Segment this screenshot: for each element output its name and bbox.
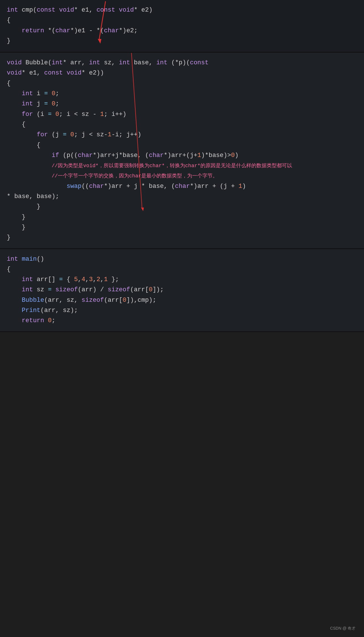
code-token: void [7,59,22,66]
code-token: }; [108,276,119,283]
code-token: ; j < sz- [74,131,108,138]
code-token: { [7,80,10,87]
code-token: ) [235,152,238,159]
code-token [7,307,22,314]
code-token: () [37,256,44,263]
code-token: (arr, sz); [40,307,78,314]
code-token: Print [22,307,40,314]
code-token: (arr, sz, [44,297,82,304]
code-token: char [149,152,164,159]
code-block-2: void Bubble(int* arr, int sz, int base, … [0,53,364,249]
code-token: sizeof [55,286,78,293]
code-token [7,100,22,107]
code-token: } [7,214,25,221]
code-token: base, [130,59,156,66]
code-token [7,131,37,138]
code-token: void [59,7,74,14]
code-token: *)e1 - *( [70,27,104,34]
code-token: { [7,121,25,128]
code-token [48,90,52,97]
code-token: for [22,111,33,118]
code-line: //一个字节一个字节的交换，因为char是最小的数据类型，为一个字节。 [7,171,357,181]
code-token: cmp( [18,7,37,14]
code-token: (arr) / [78,286,108,293]
code-token: arr[] [33,276,59,283]
code-token: * e1, [74,7,97,14]
code-token [7,317,22,324]
code-token: sizeof [82,297,104,304]
code-token: { [7,17,10,24]
code-token: 0 [52,100,55,107]
code-line: swap((char*)arr + j * base, (char*)arr +… [7,181,357,192]
code-token: * e1, [22,69,44,77]
code-token: } [7,234,10,241]
code-token: ; [55,100,59,107]
code-line: int arr[] = { 5,4,3,2,1 }; [7,275,357,285]
code-token: char [78,152,93,159]
code-token: 0 [231,152,235,159]
code-line: Print(arr, sz); [7,305,357,316]
code-token: int [22,286,33,293]
code-line: void* e1, const void* e2)) [7,68,357,78]
code-token [48,100,52,107]
code-token: int [7,256,18,263]
code-line: } [7,36,357,46]
code-token: 0 [48,317,52,324]
code-token [7,276,22,283]
code-token: void [119,7,134,14]
code-line: int j = 0; [7,99,357,109]
code-token: const [37,7,55,14]
code-token [7,90,22,97]
code-line: { [7,120,357,130]
code-token [52,111,55,118]
code-token: sizeof [108,286,130,293]
code-token: 1 [239,183,242,190]
code-token: * e2) [134,7,153,14]
code-token: 1 [104,276,108,283]
code-token: (i [33,111,48,118]
code-token: sz, [100,59,119,66]
code-token: (j [48,131,63,138]
code-block-1: int cmp(const void* e1, const void* e2){… [0,0,364,53]
code-token: *)arr+j*base, ( [93,152,149,159]
code-line: * base, base); [7,192,357,202]
code-token [55,7,59,14]
code-token: int [119,59,130,66]
code-token: = [48,111,52,118]
code-block-3: int main(){ int arr[] = { 5,4,3,2,1 }; i… [0,249,364,332]
code-token [7,297,22,304]
code-token [18,256,22,263]
code-token: const [97,7,115,14]
code-token: i [33,90,44,97]
code-token: char [89,183,104,190]
code-token: } [7,224,25,231]
code-token: j [33,100,44,107]
code-token: } [7,203,40,210]
code-line: } [7,222,357,233]
code-token: Bubble( [22,59,52,66]
code-content-3: int main(){ int arr[] = { 5,4,3,2,1 }; i… [7,254,357,326]
code-token: int [7,7,18,14]
code-token: (( [82,183,89,190]
code-token: char [55,27,70,34]
code-token [7,27,22,34]
code-content-2: void Bubble(int* arr, int sz, int base, … [7,58,357,243]
code-token: { [7,266,10,273]
code-token: 4 [82,276,85,283]
code-line: { [7,264,357,275]
code-token: { [63,276,74,283]
code-token: (arr[ [104,297,123,304]
code-line: int i = 0; [7,89,357,99]
code-line: Bubble(arr, sz, sizeof(arr[0]),cmp); [7,295,357,305]
code-token: 0 [52,90,55,97]
code-line: int sz = sizeof(arr) / sizeof(arr[0]); [7,285,357,295]
code-token: (*p)( [168,59,190,66]
code-line: return *(char*)e1 - *(char*)e2; [7,26,357,36]
code-token: ) [242,183,246,190]
code-line: { [7,15,357,26]
code-token: int [22,276,33,283]
code-token: void [67,69,82,77]
code-token: 3 [89,276,93,283]
code-token: 1 [197,152,201,159]
code-token: )*base)> [201,152,231,159]
